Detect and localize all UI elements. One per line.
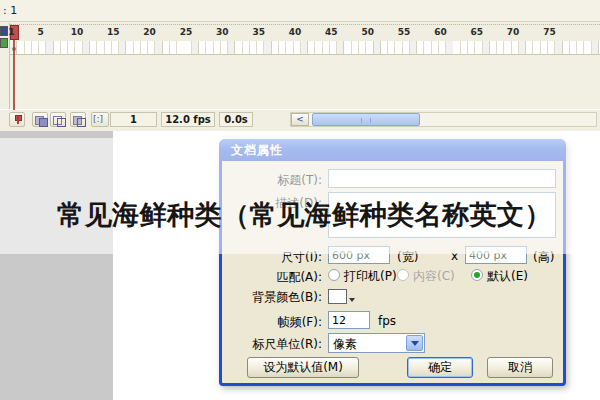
radio-default-label[interactable]: 默认(E) xyxy=(487,268,528,285)
frame-rate-unit-label: fps xyxy=(378,314,396,328)
chevron-down-icon xyxy=(411,341,419,346)
ruler-frame-number: 30 xyxy=(216,27,229,37)
cancel-button[interactable]: 取消 xyxy=(487,357,553,378)
background-color-label: 背景颜色(B): xyxy=(225,289,322,306)
layer-icon[interactable] xyxy=(0,26,8,36)
onion-skin-outlines-button[interactable] xyxy=(50,112,66,127)
timeline-ruler[interactable]: 151015202530354045505560657075 xyxy=(10,24,600,42)
ruler-frame-number: 50 xyxy=(361,27,374,37)
playhead-line xyxy=(13,40,15,110)
frame-rate-indicator[interactable]: 12.0 fps xyxy=(161,112,215,127)
layer-outline-color-icon[interactable] xyxy=(0,38,8,48)
ruler-frame-number: 45 xyxy=(325,27,338,37)
timeline-panel: : 1 151015202530354045505560657075 xyxy=(0,0,600,133)
dropdown-button[interactable] xyxy=(406,335,423,351)
match-label: 匹配(A): xyxy=(225,269,322,286)
timeline-empty-area xyxy=(10,55,600,109)
modify-onion-markers-button[interactable]: [:] xyxy=(91,112,109,127)
timeline-frames-row[interactable] xyxy=(10,41,600,55)
frame-rate-input[interactable] xyxy=(328,311,370,329)
background-color-swatch[interactable] xyxy=(328,289,347,304)
radio-printer[interactable] xyxy=(328,269,340,281)
radio-contents-label: 内容(C) xyxy=(413,268,455,285)
ruler-frame-number: 65 xyxy=(471,27,484,37)
overlay-article-title: 常见海鲜种类（常见海鲜种类名称英文） xyxy=(57,197,597,233)
color-dropdown-arrow-icon[interactable] xyxy=(349,298,355,302)
ruler-frame-number: 5 xyxy=(37,27,43,37)
make-default-button[interactable]: 设为默认值(M) xyxy=(247,357,359,378)
ruler-units-value: 像素 xyxy=(333,336,357,353)
scroll-left-arrow-icon[interactable]: < xyxy=(291,113,309,126)
ruler-frame-number: 40 xyxy=(289,27,302,37)
ruler-frame-number: 35 xyxy=(252,27,265,37)
modify-onion-markers-icon: [:] xyxy=(93,114,103,124)
ruler-frame-number: 20 xyxy=(143,27,156,37)
ruler-frame-number: 25 xyxy=(180,27,193,37)
radio-printer-label[interactable]: 打印机(P) xyxy=(344,268,397,285)
timeline-status-bar: [:] 1 12.0 fps 0.0s < xyxy=(0,109,600,130)
radio-default[interactable] xyxy=(471,269,483,281)
ruler-units-dropdown[interactable]: 像素 xyxy=(328,333,425,353)
ruler-units-label: 标尺单位(R): xyxy=(225,336,322,353)
elapsed-time-indicator: 0.0s xyxy=(219,112,253,127)
title-background-stripe xyxy=(0,138,600,254)
center-frame-button[interactable] xyxy=(9,112,25,127)
radio-contents xyxy=(397,269,409,281)
ruler-frame-number: 70 xyxy=(507,27,520,37)
timeline-scrollbar-thumb[interactable] xyxy=(312,113,420,126)
onion-skin-button[interactable] xyxy=(32,112,48,127)
ruler-frame-number: 60 xyxy=(434,27,447,37)
ok-button[interactable]: 确定 xyxy=(407,357,473,378)
ruler-frame-number: 15 xyxy=(107,27,120,37)
ruler-frame-number: 75 xyxy=(543,27,556,37)
scene-label: : 1 xyxy=(0,0,600,22)
edit-multiple-frames-button[interactable] xyxy=(70,112,86,127)
frame-rate-label: 帧频(F): xyxy=(225,314,322,331)
flash-editor-screen: : 1 151015202530354045505560657075 xyxy=(0,0,600,400)
ruler-frame-number: 1 xyxy=(8,27,14,37)
ruler-frame-number: 55 xyxy=(398,27,411,37)
current-frame-indicator: 1 xyxy=(110,112,157,127)
ruler-frame-number: 10 xyxy=(71,27,84,37)
